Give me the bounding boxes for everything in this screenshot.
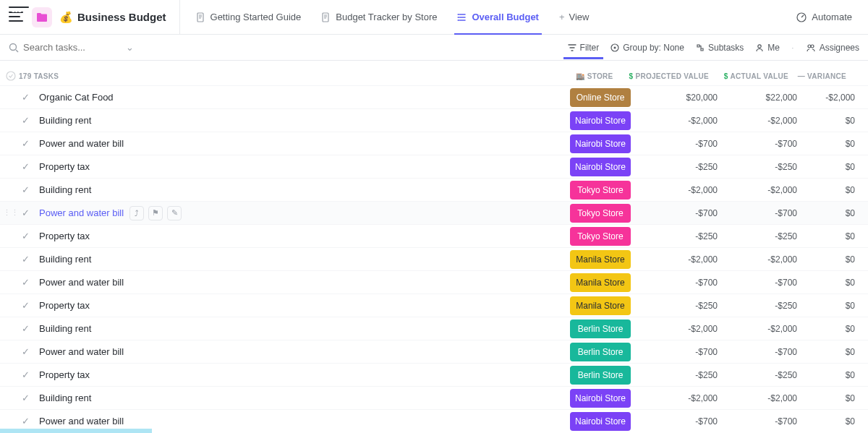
projected-value[interactable]: -$2,000 <box>637 324 725 334</box>
table-row[interactable]: ✓Power and water billBerlin Store-$700-$… <box>0 340 868 363</box>
check-icon[interactable]: ✓ <box>17 254 33 265</box>
variance-value[interactable]: $0 <box>804 208 868 218</box>
check-icon[interactable]: ✓ <box>17 92 33 103</box>
variance-value[interactable]: -$2,000 <box>804 93 868 103</box>
task-name[interactable]: Building rent <box>33 254 570 265</box>
task-name[interactable]: Building rent <box>33 323 570 334</box>
check-icon[interactable]: ✓ <box>17 393 33 403</box>
projected-value[interactable]: -$700 <box>637 139 725 149</box>
projected-value[interactable]: -$700 <box>637 278 725 288</box>
check-icon[interactable]: ✓ <box>17 300 33 311</box>
check-icon[interactable]: ✓ <box>17 323 33 334</box>
actual-value[interactable]: -$2,000 <box>725 393 804 403</box>
check-icon[interactable]: ✓ <box>17 207 33 218</box>
search-input-wrap[interactable]: ⌄ <box>9 42 134 53</box>
table-row[interactable]: ✓Organic Cat FoodOnline Store$20,000$22,… <box>0 85 868 108</box>
task-name[interactable]: Property tax <box>33 161 570 172</box>
menu-icon[interactable]: 101 <box>9 12 25 23</box>
actual-value[interactable]: -$250 <box>725 231 804 241</box>
store-badge[interactable]: Nairobi Store <box>570 111 631 130</box>
task-name[interactable]: Organic Cat Food <box>33 92 570 103</box>
automate-button[interactable]: Automate <box>788 9 859 26</box>
store-badge[interactable]: Berlin Store <box>570 366 631 385</box>
assignees-button[interactable]: Assignees <box>806 43 859 53</box>
variance-value[interactable]: $0 <box>804 416 868 426</box>
actual-value[interactable]: $22,000 <box>725 93 804 103</box>
store-badge[interactable]: Manila Store <box>570 273 631 292</box>
chevron-down-icon[interactable]: ⌄ <box>126 42 134 53</box>
row-drag-handle[interactable]: ⋮⋮ <box>3 208 19 218</box>
store-badge[interactable]: Nairobi Store <box>570 389 631 408</box>
table-row[interactable]: ✓Building rentManila Store-$2,000-$2,000… <box>0 247 868 270</box>
check-icon[interactable]: ✓ <box>17 346 33 357</box>
store-badge[interactable]: Tokyo Store <box>570 181 631 200</box>
variance-value[interactable]: $0 <box>804 139 868 149</box>
check-icon[interactable]: ✓ <box>17 231 33 241</box>
table-row[interactable]: ✓Building rentTokyo Store-$2,000-$2,000$… <box>0 178 868 201</box>
task-name[interactable]: Power and water bill <box>33 138 570 149</box>
store-badge[interactable]: Tokyo Store <box>570 227 631 246</box>
task-name[interactable]: Property tax <box>33 231 570 241</box>
table-row[interactable]: ✓Building rentBerlin Store-$2,000-$2,000… <box>0 317 868 340</box>
variance-value[interactable]: $0 <box>804 185 868 195</box>
variance-value[interactable]: $0 <box>804 347 868 357</box>
task-name[interactable]: Power and water bill <box>33 346 570 357</box>
check-icon[interactable]: ✓ <box>17 115 33 126</box>
projected-value[interactable]: -$700 <box>637 416 725 426</box>
check-icon[interactable]: ✓ <box>17 161 33 172</box>
variance-value[interactable]: $0 <box>804 278 868 288</box>
actual-value[interactable]: -$700 <box>725 139 804 149</box>
check-icon[interactable]: ✓ <box>17 369 33 380</box>
store-badge[interactable]: Nairobi Store <box>570 134 631 153</box>
projected-value[interactable]: -$2,000 <box>637 116 725 126</box>
actual-value[interactable]: -$700 <box>725 278 804 288</box>
variance-value[interactable]: $0 <box>804 393 868 403</box>
variance-value[interactable]: $0 <box>804 162 868 172</box>
actual-value[interactable]: -$250 <box>725 370 804 380</box>
filter-button[interactable]: Filter <box>568 43 600 53</box>
subtask-icon[interactable]: ⤴ <box>129 206 144 220</box>
search-input[interactable] <box>23 42 117 53</box>
me-button[interactable]: Me <box>755 43 780 53</box>
projected-value[interactable]: -$250 <box>637 231 725 241</box>
tab-add-view[interactable]: + View <box>550 0 598 34</box>
actual-value[interactable]: -$2,000 <box>725 324 804 334</box>
store-badge[interactable]: Nairobi Store <box>570 412 631 431</box>
check-icon[interactable]: ✓ <box>17 138 33 149</box>
table-row[interactable]: ✓Property taxBerlin Store-$250-$250$0 <box>0 363 868 386</box>
store-badge[interactable]: Manila Store <box>570 250 631 269</box>
store-badge[interactable]: Nairobi Store <box>570 158 631 176</box>
variance-value[interactable]: $0 <box>804 370 868 380</box>
edit-icon[interactable]: ✎ <box>167 206 182 220</box>
table-row[interactable]: ✓Property taxManila Store-$250-$250$0 <box>0 293 868 317</box>
table-row[interactable]: ✓Power and water billManila Store-$700-$… <box>0 270 868 293</box>
actual-value[interactable]: -$700 <box>725 347 804 357</box>
check-icon[interactable]: ✓ <box>17 277 33 288</box>
table-row[interactable]: ✓Property taxTokyo Store-$250-$250$0 <box>0 224 868 247</box>
table-row[interactable]: ✓Property taxNairobi Store-$250-$250$0 <box>0 155 868 178</box>
check-icon[interactable]: ✓ <box>17 184 33 195</box>
folder-icon[interactable] <box>32 7 52 27</box>
tab-budget-tracker[interactable]: Budget Tracker by Store <box>312 0 446 34</box>
projected-value[interactable]: -$700 <box>637 347 725 357</box>
projected-value[interactable]: -$2,000 <box>637 393 725 403</box>
variance-value[interactable]: $0 <box>804 116 868 126</box>
task-name[interactable]: Property tax <box>33 300 570 311</box>
variance-value[interactable]: $0 <box>804 301 868 311</box>
tab-getting-started[interactable]: Getting Started Guide <box>187 0 310 34</box>
actual-value[interactable]: -$700 <box>725 416 804 426</box>
projected-value[interactable]: -$2,000 <box>637 185 725 195</box>
actual-value[interactable]: -$2,000 <box>725 185 804 195</box>
projected-value[interactable]: -$2,000 <box>637 254 725 265</box>
task-name[interactable]: Power and water bill <box>33 277 570 288</box>
table-row[interactable]: ⋮⋮✓Power and water bill⤴⚑✎Tokyo Store-$7… <box>0 201 868 224</box>
actual-value[interactable]: -$2,000 <box>725 116 804 126</box>
projected-value[interactable]: -$250 <box>637 162 725 172</box>
projected-value[interactable]: $20,000 <box>637 93 725 103</box>
store-badge[interactable]: Berlin Store <box>570 343 631 361</box>
table-row[interactable]: ✓Building rentNairobi Store-$2,000-$2,00… <box>0 108 868 132</box>
subtasks-button[interactable]: Subtasks <box>696 43 744 53</box>
task-name[interactable]: Power and water bill⤴⚑✎ <box>33 206 570 220</box>
store-badge[interactable]: Online Store <box>570 88 631 107</box>
check-icon[interactable]: ✓ <box>17 416 33 426</box>
